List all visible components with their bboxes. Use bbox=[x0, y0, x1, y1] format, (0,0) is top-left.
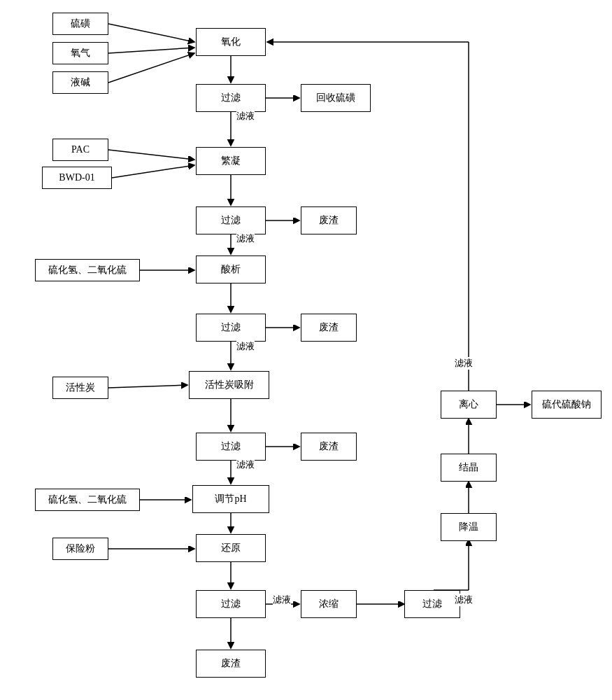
flow-diagram: 硫磺 氧气 液碱 氧化 过滤 回收硫磺 PAC BWD-01 繁凝 过滤 废渣 … bbox=[0, 0, 612, 700]
cool-down-box: 降温 bbox=[441, 513, 497, 541]
svg-line-16 bbox=[108, 385, 187, 388]
recover-sulfur-box: 回收硫磺 bbox=[301, 84, 371, 112]
sulfur-input-box: 硫磺 bbox=[52, 13, 108, 35]
insurance-powder-box: 保险粉 bbox=[52, 538, 108, 560]
reduction-box: 还原 bbox=[196, 534, 266, 562]
oxygen-input-box: 氧气 bbox=[52, 42, 108, 64]
centrifuge-box: 离心 bbox=[441, 391, 497, 419]
h2s-so2-input2-box: 硫化氢、二氧化硫 bbox=[35, 489, 140, 511]
filter6-box: 过滤 bbox=[404, 590, 460, 618]
filter3-box: 过滤 bbox=[196, 314, 266, 342]
filter1-box: 过滤 bbox=[196, 84, 266, 112]
filter5-box: 过滤 bbox=[196, 590, 266, 618]
svg-line-1 bbox=[108, 24, 194, 42]
activated-carbon-input-box: 活性炭 bbox=[52, 377, 108, 399]
alkali-input-box: 液碱 bbox=[52, 71, 108, 94]
pac-input-box: PAC bbox=[52, 139, 108, 161]
bwd-input-box: BWD-01 bbox=[42, 167, 112, 189]
ac-adsorption-box: 活性炭吸附 bbox=[189, 371, 269, 399]
concentrate-box: 浓缩 bbox=[301, 590, 357, 618]
sodium-thiosulfate-box: 硫代硫酸钠 bbox=[532, 391, 602, 419]
svg-line-2 bbox=[108, 48, 194, 53]
filtrate1-label: 滤液 bbox=[236, 110, 255, 122]
svg-line-8 bbox=[112, 165, 194, 178]
filtrate4-label: 滤液 bbox=[236, 458, 255, 471]
filtrate7-label: 滤液 bbox=[455, 594, 473, 606]
svg-line-7 bbox=[108, 150, 194, 160]
waste1-box: 废渣 bbox=[301, 206, 357, 234]
waste3-box: 废渣 bbox=[301, 433, 357, 461]
filter2-box: 过滤 bbox=[196, 206, 266, 234]
crystallize-box: 结晶 bbox=[441, 454, 497, 482]
filtrate5-label: 滤液 bbox=[273, 594, 291, 606]
filtrate3-label: 滤液 bbox=[236, 340, 255, 353]
waste2-box: 废渣 bbox=[301, 314, 357, 342]
waste4-box: 废渣 bbox=[196, 650, 266, 678]
h2s-so2-input1-box: 硫化氢、二氧化硫 bbox=[35, 259, 140, 281]
filter4-box: 过滤 bbox=[196, 433, 266, 461]
filtrate6-label: 滤液 bbox=[455, 357, 473, 370]
adjust-ph-box: 调节pH bbox=[192, 485, 269, 513]
oxidation-box: 氧化 bbox=[196, 28, 266, 56]
acid-analysis-box: 酸析 bbox=[196, 255, 266, 284]
flocculation-box: 繁凝 bbox=[196, 147, 266, 175]
filtrate2-label: 滤液 bbox=[236, 232, 255, 245]
svg-line-3 bbox=[108, 53, 194, 83]
